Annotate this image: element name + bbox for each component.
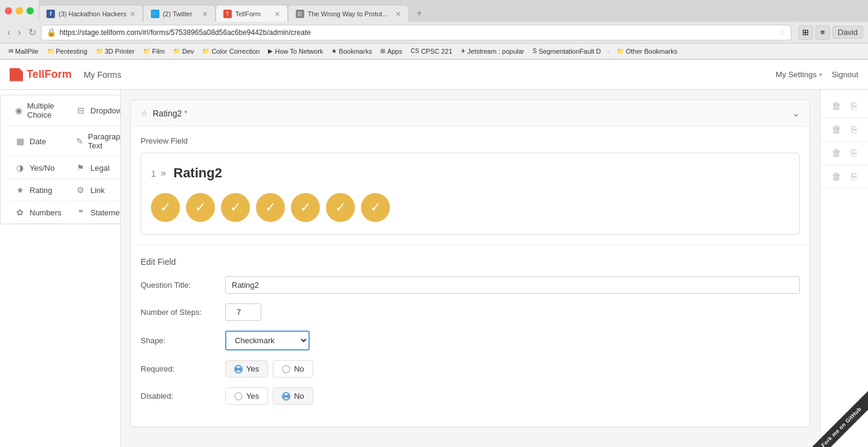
steps-input[interactable] <box>225 303 261 321</box>
folder-icon: 📁 <box>202 48 209 54</box>
tab-close-icon[interactable]: × <box>396 10 401 18</box>
field-type-numbers[interactable]: ✿ Numbers <box>8 201 69 224</box>
preview-question-number: 1 <box>151 168 156 179</box>
required-no-button[interactable]: No <box>273 360 313 378</box>
forward-button[interactable]: › <box>15 26 23 39</box>
tab-title: TellForm <box>235 10 272 17</box>
browser-tab-hackathon[interactable]: f (3) Hackathon Hackers × <box>39 5 143 22</box>
rating-circle-3[interactable]: ✓ <box>221 193 250 222</box>
signout-button[interactable]: Signout <box>832 70 858 79</box>
close-button[interactable] <box>5 7 12 14</box>
bookmark-label: How To Network <box>275 48 323 55</box>
bookmark-dev[interactable]: 📁 Dev <box>170 46 198 56</box>
rating-circle-6[interactable]: ✓ <box>326 193 355 222</box>
menu-icon[interactable]: ≡ <box>815 25 830 40</box>
bookmark-label: Jetstream : popular <box>467 48 524 55</box>
field-type-dropdown[interactable]: ⊟ Dropdown <box>69 95 121 126</box>
bookmark-segfault[interactable]: S SegmentationFault D <box>529 46 605 56</box>
extensions-icon[interactable]: ⊞ <box>799 25 813 40</box>
field-type-label: Multiple Choice <box>27 101 62 119</box>
field-type-date[interactable]: ▦ Date <box>8 126 69 157</box>
rating-circle-4[interactable]: ✓ <box>256 193 285 222</box>
field-type-label: Dropdown <box>91 106 121 115</box>
rating-circle-7[interactable]: ✓ <box>361 193 390 222</box>
bookmark-bookmarks[interactable]: ★ Bookmarks <box>328 46 375 56</box>
bookmark-mailpile[interactable]: ✉ MailPile <box>5 46 42 56</box>
bookmark-cpsc[interactable]: CS CPSC 221 <box>407 46 456 56</box>
shape-select[interactable]: Checkmark Star Heart Circle <box>225 331 310 350</box>
back-button[interactable]: ‹ <box>5 26 13 39</box>
my-settings-label: My Settings <box>776 70 817 79</box>
disabled-yes-button[interactable]: Yes <box>225 387 268 405</box>
bookmark-label: Bookmarks <box>339 48 372 55</box>
bookmark-howtonetwork[interactable]: ▶ How To Network <box>264 46 327 56</box>
bookmark-other[interactable]: 📁 Other Bookmarks <box>613 46 681 56</box>
bookmark-apps[interactable]: ⊞ Apps <box>377 46 406 56</box>
delete-icon-2[interactable]: 🗑 <box>832 124 841 135</box>
address-bar[interactable]: 🔒 https://stage.tellform.com/#!/forms/57… <box>41 25 791 40</box>
question-title-label: Question Title: <box>141 281 225 290</box>
copy-icon-3[interactable]: ⎘ <box>851 148 857 159</box>
rating-circle-5[interactable]: ✓ <box>291 193 320 222</box>
disabled-no-button[interactable]: No <box>273 387 313 405</box>
reload-button[interactable]: ↻ <box>26 25 39 39</box>
tab-close-icon[interactable]: × <box>130 10 135 18</box>
field-type-paragraph-text[interactable]: ✎ Paragraph Text <box>69 126 121 157</box>
tf-favicon: T <box>223 10 232 18</box>
field-editor-title: Rating2 <box>153 109 182 118</box>
collapse-icon[interactable]: ⌄ <box>792 107 800 119</box>
steps-label: Number of Steps: <box>141 308 225 317</box>
folder-icon: 📁 <box>96 48 103 54</box>
tw-favicon: 🐦 <box>151 10 159 18</box>
bookmark-3dprinter[interactable]: 📁 3D Printer <box>92 46 139 56</box>
delete-icon-3[interactable]: 🗑 <box>832 148 841 159</box>
bookmark-film[interactable]: 📁 Film <box>139 46 168 56</box>
bookmark-pentesting[interactable]: 📁 Pentesting <box>43 46 91 56</box>
new-tab-button[interactable]: + <box>411 5 428 22</box>
bookmark-star-icon[interactable]: ☆ <box>778 28 786 37</box>
field-type-yes-no[interactable]: ◑ Yes/No <box>8 157 69 179</box>
action-row-3: 🗑 ⎘ <box>820 142 868 165</box>
required-yes-button[interactable]: Yes <box>225 360 268 378</box>
browser-tab-tellform[interactable]: T TellForm × <box>215 5 288 22</box>
field-type-legal[interactable]: ⚑ Legal <box>69 157 121 179</box>
bookmark-jetstream[interactable]: ✈ Jetstream : popular <box>457 46 528 56</box>
copy-icon-1[interactable]: ⎘ <box>851 101 857 112</box>
link-icon: ⚙ <box>76 185 86 195</box>
field-type-link[interactable]: ⚙ Link <box>69 179 121 201</box>
tab-close-icon[interactable]: × <box>275 10 280 18</box>
field-type-label: Paragraph Text <box>88 132 121 150</box>
my-forms-link[interactable]: My Forms <box>84 70 121 80</box>
preview-question-title: Rating2 <box>173 165 222 181</box>
delete-icon-4[interactable]: 🗑 <box>832 171 841 182</box>
segfault-icon: S <box>533 48 537 54</box>
tab-title: (3) Hackathon Hackers <box>59 10 127 17</box>
folder-icon: 📁 <box>617 48 624 54</box>
multiple-choice-icon: ◉ <box>15 106 22 115</box>
required-yes-radio <box>234 365 243 373</box>
rating-circle-1[interactable]: ✓ <box>151 193 180 222</box>
field-type-rating[interactable]: ★ Rating <box>8 179 69 201</box>
preview-section: Preview Field 1 » Rating2 ✓ ✓ ✓ ✓ ✓ <box>131 127 809 245</box>
field-type-label: Statement <box>91 208 121 217</box>
required-label: Required: <box>141 364 225 373</box>
brand-logo[interactable]: TellForm <box>10 68 72 81</box>
browser-tab-twitter[interactable]: 🐦 (2) Twitter × <box>143 5 215 22</box>
right-panel: 🗑 ⎘ 🗑 ⎘ 🗑 ⎘ 🗑 ⎘ <box>820 90 868 447</box>
minimize-button[interactable] <box>16 7 23 14</box>
bookmark-colorcorrection[interactable]: 📁 Color Correction <box>199 46 263 56</box>
field-type-statement[interactable]: ❝ Statement <box>69 201 121 224</box>
browser-tab-wrongway[interactable]: D The Wrong Way to Prototy… × <box>288 5 409 22</box>
copy-icon-4[interactable]: ⎘ <box>851 171 857 182</box>
rating-circle-2[interactable]: ✓ <box>186 193 215 222</box>
required-control: Yes No <box>225 360 800 378</box>
field-type-multiple-choice[interactable]: ◉ Multiple Choice <box>8 95 69 126</box>
maximize-button[interactable] <box>27 7 34 14</box>
delete-icon-1[interactable]: 🗑 <box>832 101 841 112</box>
my-settings-dropdown[interactable]: My Settings ▾ <box>776 70 822 79</box>
question-title-input[interactable] <box>225 276 800 294</box>
mailpile-icon: ✉ <box>8 48 13 54</box>
field-type-label: Legal <box>91 163 110 173</box>
copy-icon-2[interactable]: ⎘ <box>851 124 857 135</box>
tab-close-icon[interactable]: × <box>203 10 208 18</box>
